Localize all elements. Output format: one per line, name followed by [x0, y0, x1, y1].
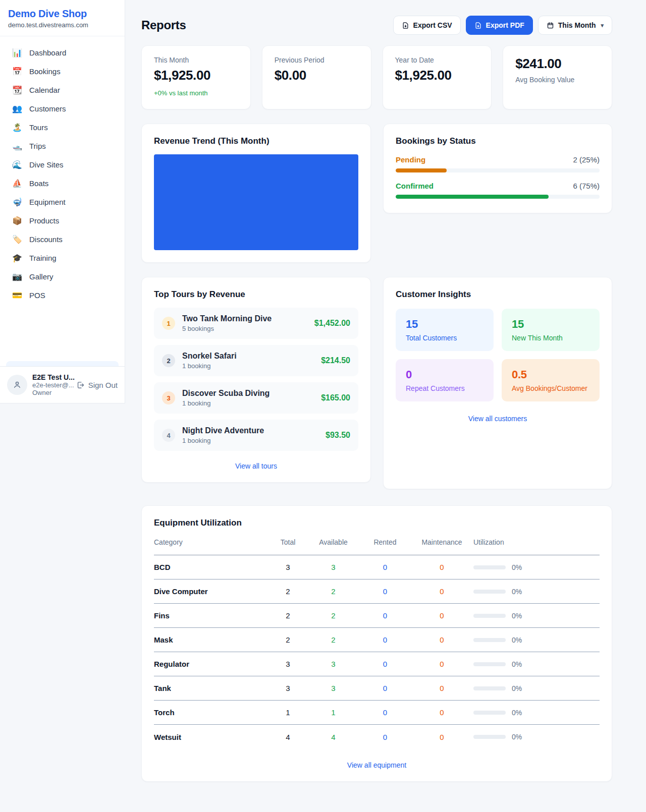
sidebar-item-bookings[interactable]: 📅 Bookings	[6, 62, 119, 81]
stat-card-avg-booking-value: $241.00 Avg Booking Value	[503, 45, 612, 109]
status-label: Pending	[396, 155, 425, 164]
utilization-bar	[473, 590, 506, 594]
sidebar-item-tours[interactable]: 🏝️ Tours	[6, 118, 119, 137]
sidebar-item-reports-partial[interactable]	[6, 361, 119, 366]
revenue-trend-card: Revenue Trend (This Month)	[141, 124, 371, 263]
tour-list-item[interactable]: 3 Discover Scuba Diving 1 booking $165.0…	[154, 382, 358, 414]
sidebar-item-pos[interactable]: 💳 POS	[6, 286, 119, 305]
brand-name: Demo Dive Shop	[8, 8, 117, 20]
view-all-equipment-link[interactable]: View all equipment	[154, 761, 600, 769]
tour-list-item[interactable]: 1 Two Tank Morning Dive 5 bookings $1,45…	[154, 308, 358, 339]
insight-value: 0	[406, 368, 483, 381]
utilization-percent: 0%	[512, 563, 522, 571]
equipment-utilization-card: Equipment Utilization Category Total Ava…	[141, 505, 612, 782]
insight-tile: 15 New This Month	[502, 309, 600, 351]
stat-value: $1,925.00	[154, 68, 238, 83]
export-csv-label: Export CSV	[413, 21, 452, 29]
sidebar-item-products[interactable]: 📦 Products	[6, 211, 119, 230]
sidebar-item-calendar[interactable]: 📆 Calendar	[6, 81, 119, 99]
nav-item-label: Bookings	[29, 67, 61, 76]
view-all-tours-link[interactable]: View all tours	[154, 462, 358, 470]
table-row: Regulator 3 3 0 0 0%	[154, 652, 600, 676]
cell-rented: 0	[360, 563, 410, 571]
cell-total: 2	[269, 635, 307, 644]
sidebar-item-dashboard[interactable]: 📊 Dashboard	[6, 43, 119, 62]
cell-category: BCD	[154, 563, 269, 571]
tour-list-item[interactable]: 2 Snorkel Safari 1 booking $214.50	[154, 345, 358, 376]
sign-out-button[interactable]: Sign Out	[76, 381, 118, 389]
view-all-customers-link[interactable]: View all customers	[396, 415, 600, 423]
cell-available: 4	[307, 733, 360, 741]
brand-block: Demo Dive Shop demo.test.divestreams.com	[0, 0, 125, 36]
sidebar-nav: 📊 Dashboard 📅 Bookings 📆 Calendar 👥 Cust…	[0, 36, 125, 360]
tour-info: Night Dive Adventure 1 booking	[182, 426, 318, 444]
status-progress-fill	[396, 195, 549, 199]
nav-item-icon: 🛥️	[12, 142, 22, 150]
cell-category: Wetsuit	[154, 733, 269, 741]
cell-maintenance: 0	[410, 684, 473, 692]
export-pdf-button[interactable]: Export PDF	[466, 16, 533, 35]
cell-rented: 0	[360, 587, 410, 596]
cell-maintenance: 0	[410, 563, 473, 571]
sidebar-item-customers[interactable]: 👥 Customers	[6, 99, 119, 118]
period-dropdown[interactable]: This Month ▾	[538, 16, 612, 35]
cell-utilization: 0%	[473, 588, 600, 596]
sidebar-item-discounts[interactable]: 🏷️ Discounts	[6, 230, 119, 249]
cell-rented: 0	[360, 611, 410, 620]
cell-total: 1	[269, 708, 307, 717]
utilization-bar	[473, 614, 506, 618]
tour-list-item[interactable]: 4 Night Dive Adventure 1 booking $93.50	[154, 420, 358, 451]
cell-available: 1	[307, 708, 360, 717]
insight-tile: 0.5 Avg Bookings/Customer	[502, 359, 600, 401]
cell-utilization: 0%	[473, 660, 600, 668]
stat-label: Avg Booking Value	[515, 76, 600, 84]
column-header-rented: Rented	[360, 538, 410, 552]
tour-revenue: $1,452.00	[314, 319, 350, 328]
cell-rented: 0	[360, 660, 410, 668]
sidebar-item-boats[interactable]: ⛵ Boats	[6, 174, 119, 193]
nav-item-label: Customers	[29, 104, 66, 113]
sidebar-item-equipment[interactable]: 🤿 Equipment	[6, 193, 119, 211]
nav-item-label: Dashboard	[29, 48, 66, 57]
nav-item-icon: 📦	[12, 217, 22, 225]
table-row: Tank 3 3 0 0 0%	[154, 676, 600, 701]
utilization-percent: 0%	[512, 660, 522, 668]
utilization-percent: 0%	[512, 588, 522, 596]
nav-item-icon: 🏷️	[12, 236, 22, 244]
nav-item-icon: ⛵	[12, 180, 22, 188]
cell-rented: 0	[360, 733, 410, 741]
sidebar-item-gallery[interactable]: 📷 Gallery	[6, 267, 119, 286]
stat-value: $0.00	[275, 68, 359, 83]
status-count: 2 (25%)	[573, 155, 600, 164]
page-header: Reports Export CSV Export	[141, 15, 612, 35]
top-tours-card: Top Tours by Revenue 1 Two Tank Morning …	[141, 277, 371, 483]
utilization-percent: 0%	[512, 733, 522, 741]
nav-item-icon: 💳	[12, 292, 22, 300]
insight-tiles: 15 Total Customers 15 New This Month 0 R…	[396, 309, 600, 401]
nav-item-label: Training	[29, 254, 57, 262]
sidebar-item-dive-sites[interactable]: 🌊 Dive Sites	[6, 155, 119, 174]
rank-badge: 2	[162, 354, 175, 367]
user-meta: E2E Test U... e2e-tester@... Owner	[32, 373, 71, 396]
export-csv-button[interactable]: Export CSV	[393, 16, 461, 35]
brand-domain: demo.test.divestreams.com	[8, 21, 117, 29]
insight-value: 0.5	[512, 368, 589, 381]
tour-revenue: $214.50	[321, 356, 350, 365]
nav-item-label: Equipment	[29, 198, 66, 206]
cell-category: Mask	[154, 635, 269, 644]
row-revenue-status: Revenue Trend (This Month) Bookings by S…	[141, 124, 612, 263]
sidebar-item-training[interactable]: 🎓 Training	[6, 249, 119, 267]
sidebar-item-trips[interactable]: 🛥️ Trips	[6, 137, 119, 155]
nav-item-icon: 📊	[12, 49, 22, 57]
status-count: 6 (75%)	[573, 182, 600, 190]
cell-total: 3	[269, 660, 307, 668]
status-row: Confirmed 6 (75%)	[396, 182, 600, 199]
cell-available: 3	[307, 563, 360, 571]
cell-category: Dive Computer	[154, 587, 269, 596]
bookings-by-status-card: Bookings by Status Pending 2 (25%)	[383, 124, 612, 213]
insight-label: Total Customers	[406, 334, 483, 342]
utilization-percent: 0%	[512, 684, 522, 692]
status-rows: Pending 2 (25%) Confirmed 6 (75%)	[396, 155, 600, 199]
tour-name: Two Tank Morning Dive	[182, 314, 307, 323]
nav-item-label: Gallery	[29, 272, 53, 281]
